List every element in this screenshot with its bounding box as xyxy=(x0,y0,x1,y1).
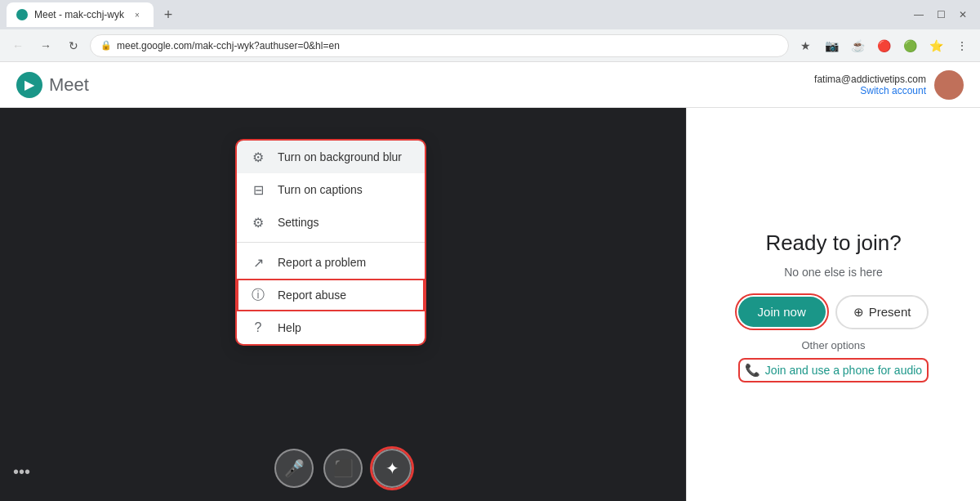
page-content: ▶ Meet fatima@addictivetips.com Switch a… xyxy=(0,62,980,501)
camera-button[interactable]: ⬛ xyxy=(323,449,363,488)
menu-item-label-captions: Turn on captions xyxy=(278,183,363,196)
other-options-text: Other options xyxy=(801,339,865,351)
refresh-button[interactable]: ↻ xyxy=(62,34,85,57)
bookmark-icon[interactable]: ★ xyxy=(794,34,817,57)
browser-tab[interactable]: Meet - mak-cchj-wyk × xyxy=(7,2,154,27)
lock-icon: 🔒 xyxy=(100,40,112,51)
minimize-button[interactable]: — xyxy=(914,9,924,20)
captions-icon: ⊟ xyxy=(250,181,266,198)
screenshot-icon[interactable]: 📷 xyxy=(820,34,843,57)
menu-item-label-background-blur: Turn on background blur xyxy=(278,150,402,163)
new-tab-button[interactable]: + xyxy=(157,3,180,26)
browser-window: Meet - mak-cchj-wyk × + — ☐ ✕ ← → ↻ 🔒 me… xyxy=(0,0,980,501)
video-section: ⚙ Turn on background blur ⊟ Turn on capt… xyxy=(0,108,686,501)
tab-close-button[interactable]: × xyxy=(131,8,144,21)
toolbar-icons: ★ 📷 ☕ 🔴 🟢 ⭐ ⋮ xyxy=(794,34,973,57)
effects-button[interactable]: ✦ xyxy=(372,449,412,488)
mic-button[interactable]: 🎤 xyxy=(274,449,314,488)
no-one-text: No one else is here xyxy=(784,266,883,279)
help-icon: ? xyxy=(250,320,266,336)
menu-item-report-abuse[interactable]: ⓘ Report abuse xyxy=(237,279,425,311)
menu-item-label-report-problem: Report a problem xyxy=(278,256,366,269)
mic-icon: 🎤 xyxy=(284,459,305,478)
extension-icon-4[interactable]: ⭐ xyxy=(924,34,947,57)
user-email: fatima@addictivetips.com xyxy=(814,74,926,85)
ready-title: Ready to join? xyxy=(765,230,901,256)
menu-item-background-blur[interactable]: ⚙ Turn on background blur xyxy=(237,141,425,173)
meet-logo: ▶ Meet xyxy=(16,72,89,98)
report-problem-icon: ↗ xyxy=(250,254,266,271)
menu-icon[interactable]: ⋮ xyxy=(951,34,973,57)
phone-audio-link[interactable]: 📞 Join and use a phone for audio xyxy=(742,361,925,379)
background-blur-icon: ⚙ xyxy=(250,149,266,165)
camera-icon: ⬛ xyxy=(333,459,354,478)
present-button[interactable]: ⊕ Present xyxy=(835,295,929,329)
context-menu: ⚙ Turn on background blur ⊟ Turn on capt… xyxy=(237,141,425,344)
join-row: Join now ⊕ Present xyxy=(738,295,929,329)
meet-logo-icon: ▶ xyxy=(16,72,42,98)
main-area: ⚙ Turn on background blur ⊟ Turn on capt… xyxy=(0,108,980,501)
extension-icon-3[interactable]: 🟢 xyxy=(898,34,921,57)
meet-header: ▶ Meet fatima@addictivetips.com Switch a… xyxy=(0,62,980,108)
menu-divider-1 xyxy=(237,242,425,243)
phone-audio-label: Join and use a phone for audio xyxy=(765,364,922,377)
menu-item-settings[interactable]: ⚙ Settings xyxy=(237,206,425,239)
extension-icon-1[interactable]: ☕ xyxy=(846,34,869,57)
menu-item-report-problem[interactable]: ↗ Report a problem xyxy=(237,246,425,279)
tab-title: Meet - mak-cchj-wyk xyxy=(34,9,124,20)
right-panel: Ready to join? No one else is here Join … xyxy=(686,108,980,501)
video-controls: 🎤 ⬛ ✦ xyxy=(0,449,686,488)
meet-logo-text: Meet xyxy=(49,74,89,96)
tab-favicon xyxy=(16,9,28,20)
report-abuse-icon: ⓘ xyxy=(250,287,266,303)
meet-user-info: fatima@addictivetips.com Switch account xyxy=(814,70,964,100)
join-now-button[interactable]: Join now xyxy=(738,297,826,327)
browser-toolbar: ← → ↻ 🔒 meet.google.com/mak-cchj-wyk?aut… xyxy=(0,29,980,62)
menu-item-captions[interactable]: ⊟ Turn on captions xyxy=(237,173,425,206)
menu-item-help[interactable]: ? Help xyxy=(237,311,425,344)
phone-icon: 📞 xyxy=(745,363,760,378)
switch-account-link[interactable]: Switch account xyxy=(814,85,926,96)
effects-icon: ✦ xyxy=(385,459,399,478)
present-icon: ⊕ xyxy=(853,305,864,320)
close-button[interactable]: ✕ xyxy=(959,9,967,20)
user-email-block: fatima@addictivetips.com Switch account xyxy=(814,74,926,96)
menu-item-label-help: Help xyxy=(278,321,301,334)
browser-titlebar: Meet - mak-cchj-wyk × + — ☐ ✕ xyxy=(0,0,980,29)
forward-button[interactable]: → xyxy=(34,34,57,57)
window-controls: — ☐ ✕ xyxy=(914,9,973,20)
menu-item-label-settings: Settings xyxy=(278,216,319,229)
menu-item-label-report-abuse: Report abuse xyxy=(278,289,346,302)
address-text: meet.google.com/mak-cchj-wyk?authuser=0&… xyxy=(117,40,340,51)
avatar xyxy=(934,70,964,100)
extension-icon-2[interactable]: 🔴 xyxy=(872,34,895,57)
settings-icon: ⚙ xyxy=(250,214,266,230)
maximize-button[interactable]: ☐ xyxy=(937,9,946,20)
present-label: Present xyxy=(869,305,911,319)
address-bar[interactable]: 🔒 meet.google.com/mak-cchj-wyk?authuser=… xyxy=(90,34,789,57)
back-button[interactable]: ← xyxy=(7,34,29,57)
